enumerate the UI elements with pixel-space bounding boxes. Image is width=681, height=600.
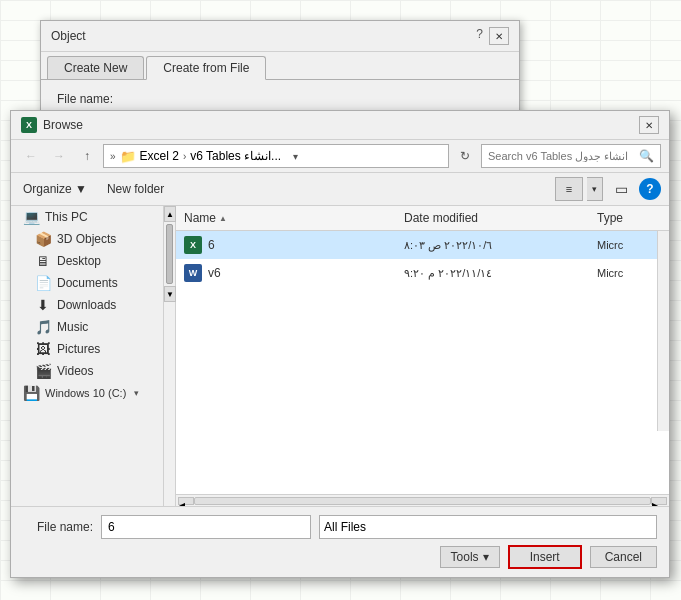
tab-create-from-file[interactable]: Create from File	[146, 56, 266, 80]
nav-forward-btn[interactable]: →	[47, 145, 71, 167]
excel-logo-icon: X	[21, 117, 37, 133]
file-list-scrollbar[interactable]	[657, 231, 669, 431]
music-label: Music	[57, 320, 88, 334]
path-part1: Excel 2	[140, 149, 179, 163]
windows-label: Windows 10 (C:)	[45, 387, 126, 399]
nav-up-btn[interactable]: ↑	[75, 145, 99, 167]
tools-btn[interactable]: Tools ▾	[440, 546, 500, 568]
file-name-1: v6	[208, 266, 221, 280]
videos-icon: 🎬	[35, 363, 51, 379]
col-type-label: Type	[597, 211, 623, 225]
file-cell-date-1: ٢٠٢٢/١١/١٤ م ٩:٢٠	[396, 265, 589, 282]
thispc-icon: 💻	[23, 209, 39, 225]
col-header-date[interactable]: Date modified	[396, 208, 589, 228]
downloads-icon: ⬇	[35, 297, 51, 313]
path-dropdown-btn[interactable]: ▾	[285, 145, 305, 167]
sidebar-scroll-up[interactable]: ▲	[164, 206, 176, 222]
help-icon-btn[interactable]: ?	[639, 178, 661, 200]
excel-file-icon-0: X	[184, 236, 202, 254]
3dobjects-label: 3D Objects	[57, 232, 116, 246]
refresh-btn[interactable]: ↻	[453, 145, 477, 167]
col-header-type[interactable]: Type	[589, 208, 669, 228]
sidebar-inner: 💻 This PC 📦 3D Objects 🖥 Desktop 📄 Docum…	[11, 206, 163, 506]
file-cell-date-0: ٢٠٢٢/١٠/٦ ص ٨:٠٣	[396, 237, 589, 254]
tab-create-new[interactable]: Create New	[47, 56, 144, 79]
h-scrollbar-track[interactable]	[194, 497, 651, 505]
hide-panel-btn[interactable]: ▭	[607, 177, 635, 201]
browse-title-text: Browse	[43, 118, 83, 132]
table-row[interactable]: W v6 ٢٠٢٢/١١/١٤ م ٩:٢٠ Micrc	[176, 259, 669, 287]
browse-toolbar: ← → ↑ » 📁 Excel 2 › v6 Tables انشاء... ▾…	[11, 140, 669, 173]
search-input[interactable]	[488, 150, 635, 162]
documents-icon: 📄	[35, 275, 51, 291]
bottom-filename-row: File name: All Files	[23, 515, 657, 539]
col-date-label: Date modified	[404, 211, 478, 225]
bottom-filename-input[interactable]	[101, 515, 311, 539]
sidebar-item-thispc[interactable]: 💻 This PC	[11, 206, 163, 228]
path-bar[interactable]: » 📁 Excel 2 › v6 Tables انشاء... ▾	[103, 144, 449, 168]
windows-icon: 💾	[23, 385, 39, 401]
sidebar-item-music[interactable]: 🎵 Music	[11, 316, 163, 338]
file-cell-name-0: X 6	[176, 234, 396, 256]
search-box[interactable]: 🔍	[481, 144, 661, 168]
sidebar-scrollbar[interactable]: ▲ ▼	[163, 206, 175, 506]
cancel-btn[interactable]: Cancel	[590, 546, 657, 568]
bottom-file-label: File name:	[23, 520, 93, 534]
sidebar-scroll-down[interactable]: ▼	[164, 286, 176, 302]
pictures-icon: 🖼	[35, 341, 51, 357]
organize-btn[interactable]: Organize ▼	[19, 180, 91, 198]
sidebar-item-desktop[interactable]: 🖥 Desktop	[11, 250, 163, 272]
path-sep-icon: ›	[183, 151, 186, 162]
insert-btn[interactable]: Insert	[508, 545, 582, 569]
col-name-label: Name	[184, 211, 216, 225]
sidebar-scroll-thumb[interactable]	[166, 224, 173, 284]
file-name-0: 6	[208, 238, 215, 252]
browse-dialog: X Browse ✕ ← → ↑ » 📁 Excel 2 › v6 Tables…	[10, 110, 670, 578]
3dobjects-icon: 📦	[35, 231, 51, 247]
bottom-filetype-select[interactable]: All Files	[319, 515, 657, 539]
view-dropdown-btn[interactable]: ▾	[587, 177, 603, 201]
h-scroll-left-btn[interactable]: ◂	[178, 497, 194, 505]
sort-arrow-name: ▲	[219, 214, 227, 223]
videos-label: Videos	[57, 364, 93, 378]
sidebar-item-downloads[interactable]: ⬇ Downloads	[11, 294, 163, 316]
browse-main: 💻 This PC 📦 3D Objects 🖥 Desktop 📄 Docum…	[11, 206, 669, 506]
browse-titlebar: X Browse ✕	[11, 111, 669, 140]
file-name-label: File name:	[57, 92, 503, 106]
sidebar-item-windows[interactable]: 💾 Windows 10 (C:) ▾	[11, 382, 163, 404]
object-help-btn[interactable]: ?	[472, 27, 487, 45]
thispc-label: This PC	[45, 210, 88, 224]
downloads-label: Downloads	[57, 298, 116, 312]
col-header-name[interactable]: Name ▲	[176, 208, 396, 228]
sidebar-item-3dobjects[interactable]: 📦 3D Objects	[11, 228, 163, 250]
organize-right: ≡ ▾ ▭ ?	[555, 177, 661, 201]
music-icon: 🎵	[35, 319, 51, 335]
windows-expand-icon: ▾	[134, 388, 139, 398]
object-title: Object	[51, 29, 86, 43]
browse-close-btn[interactable]: ✕	[639, 116, 659, 134]
sidebar-item-pictures[interactable]: 🖼 Pictures	[11, 338, 163, 360]
path-folder-icon: 📁	[120, 149, 136, 164]
desktop: Object ? ✕ Create New Create from File F…	[0, 0, 681, 600]
table-row[interactable]: X 6 ٢٠٢٢/١٠/٦ ص ٨:٠٣ Micrc	[176, 231, 669, 259]
tools-dropdown-arrow: ▾	[483, 550, 489, 564]
h-scrollbar-area[interactable]: ◂ ▸	[176, 494, 669, 506]
sidebar-item-videos[interactable]: 🎬 Videos	[11, 360, 163, 382]
object-titlebar: Object ? ✕	[41, 21, 519, 52]
browse-bottom: File name: All Files Tools ▾ Insert Canc…	[11, 506, 669, 577]
file-list-container: Name ▲ Date modified Type X	[176, 206, 669, 506]
file-list: X 6 ٢٠٢٢/١٠/٦ ص ٨:٠٣ Micrc W v6 ٢٠٢٢/١١/…	[176, 231, 669, 494]
file-list-header: Name ▲ Date modified Type	[176, 206, 669, 231]
sidebar-item-documents[interactable]: 📄 Documents	[11, 272, 163, 294]
pictures-label: Pictures	[57, 342, 100, 356]
tools-label: Tools	[451, 550, 479, 564]
desktop-label: Desktop	[57, 254, 101, 268]
search-icon: 🔍	[639, 149, 654, 163]
documents-label: Documents	[57, 276, 118, 290]
object-titlebar-controls: ? ✕	[472, 27, 509, 45]
new-folder-btn[interactable]: New folder	[103, 180, 168, 198]
h-scroll-right-btn[interactable]: ▸	[651, 497, 667, 505]
view-toggle-btn[interactable]: ≡	[555, 177, 583, 201]
nav-back-btn[interactable]: ←	[19, 145, 43, 167]
object-close-btn[interactable]: ✕	[489, 27, 509, 45]
